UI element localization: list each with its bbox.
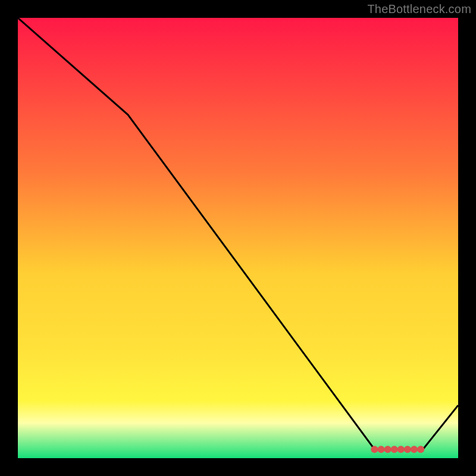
data-marker [391, 446, 398, 453]
attribution-label: TheBottleneck.com [367, 2, 471, 16]
data-marker [404, 446, 411, 453]
data-marker [411, 446, 418, 453]
data-marker [378, 446, 385, 453]
data-marker [417, 446, 424, 453]
gradient-background [18, 18, 458, 458]
data-marker [371, 446, 378, 453]
data-marker [397, 446, 405, 453]
chart-svg [18, 18, 458, 458]
data-marker [384, 446, 392, 453]
chart-frame: TheBottleneck.com [0, 0, 476, 476]
plot-area [18, 18, 458, 458]
